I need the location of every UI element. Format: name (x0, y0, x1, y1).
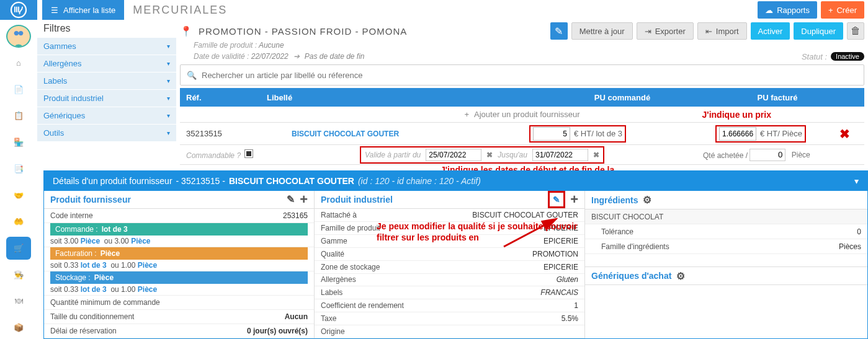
chevron-down-icon: ▾ (167, 43, 170, 50)
table-header: Réf. Libellé PU commandé PU facturé (180, 88, 864, 107)
chevron-down-icon: ▾ (167, 95, 170, 102)
pu-facture-input[interactable] (719, 127, 756, 141)
chevron-down-icon: ▾ (167, 112, 170, 119)
show-list-label: Afficher la liste (63, 6, 115, 15)
chevron-down-icon: ▾ (167, 77, 170, 84)
annotation-price: J'indique un prix (702, 110, 771, 120)
duplicate-button[interactable]: Dupliquer (794, 22, 843, 40)
filter-outils[interactable]: Outils▾ (37, 124, 176, 141)
reports-button[interactable]: ☁ Rapports (758, 1, 817, 19)
row-libelle-link[interactable]: BISCUIT CHOCOLAT GOUTER (292, 130, 399, 138)
nav-doc-icon[interactable]: 📄 (6, 78, 31, 101)
commandable-checkbox[interactable] (244, 149, 253, 158)
reports-label: Rapports (777, 6, 810, 15)
commandable-label: Commandable ? (186, 151, 241, 160)
validity-end: Pas de date de fin (305, 52, 365, 61)
family-label: Famille de produit : (194, 41, 257, 50)
filter-gammes[interactable]: Gammes▾ (37, 37, 176, 55)
detail-header: Détails d'un produit fournisseur - 35213… (44, 171, 867, 175)
plus-icon: + (464, 110, 469, 119)
import-icon: ⇤ (705, 27, 712, 36)
detail-panel: Détails d'un produit fournisseur - 35213… (43, 170, 868, 175)
nav-clipboard-icon[interactable]: 📋 (6, 104, 31, 127)
create-button[interactable]: + Créer (821, 1, 864, 19)
module-title: MERCURIALES (124, 0, 758, 20)
status-label: Statut : (802, 52, 827, 61)
search-icon: 🔍 (187, 71, 197, 80)
app-logo[interactable] (0, 0, 37, 20)
row-ref: 35213515 (180, 129, 261, 138)
filter-generiques[interactable]: Génériques▾ (37, 107, 176, 124)
filter-produit-industriel[interactable]: Produit industriel▾ (37, 89, 176, 107)
show-list-button[interactable]: ☰ Afficher la liste (42, 0, 124, 20)
arrow-right-icon: ➔ (293, 52, 300, 61)
reports-icon: ☁ (765, 6, 773, 15)
product-row: 35213515 BISCUIT CHOCOLAT GOUTER € HT/ l… (180, 123, 864, 145)
create-label: Créer (836, 6, 857, 15)
update-button[interactable]: Mettre à jour (571, 22, 633, 40)
nav-list-icon[interactable]: 📑 (6, 157, 31, 175)
search-input[interactable] (202, 71, 857, 80)
valid-from-input[interactable] (426, 149, 481, 161)
filters-panel: Filtres Gammes▾ Allergènes▾ Labels▾ Prod… (37, 20, 176, 175)
product-row-details: Commandable ? Valide à partir du ✖ Jusqu… (180, 145, 864, 165)
left-sidebar: ⌂ 📄 📋 🏪 📑 🤝 🤲 🛒 👨‍🍳 🍽 📦 (0, 20, 37, 175)
qty-label: Qté achetée / (703, 151, 748, 159)
qty-input[interactable] (749, 149, 785, 161)
nav-home-icon[interactable]: ⌂ (6, 51, 31, 74)
delete-button[interactable]: 🗑 (847, 22, 864, 40)
trash-icon: 🗑 (851, 25, 861, 37)
filter-allergenes[interactable]: Allergènes▾ (37, 55, 176, 72)
export-button[interactable]: ⇥Exporter (637, 22, 694, 40)
col-libelle: Libellé (261, 93, 529, 102)
add-product-row[interactable]: + Ajouter un produit fournisseur J'indiq… (180, 107, 864, 123)
chevron-down-icon: ▾ (167, 130, 170, 136)
family-value: Aucune (259, 41, 284, 50)
col-ref: Réf. (180, 93, 261, 102)
chevron-down-icon: ▾ (167, 60, 170, 67)
nav-store-icon[interactable]: 🏪 (6, 131, 31, 154)
promo-title: PROMOTION - PASSION FROID - POMONA (199, 26, 407, 37)
export-icon: ⇥ (645, 27, 651, 36)
validity-value: 22/07/2022 (251, 52, 289, 61)
until-label: Jusqu'au (498, 151, 527, 159)
valid-from-label: Valide à partir du (365, 151, 421, 159)
location-icon: 📍 (180, 25, 192, 37)
col-pu-facture: PU facturé (715, 93, 839, 102)
col-pu-commande: PU commandé (529, 93, 715, 102)
until-input[interactable] (532, 149, 588, 161)
plus-icon: + (828, 6, 833, 15)
clear-from-icon[interactable]: ✖ (486, 151, 493, 159)
menu-icon: ☰ (51, 6, 58, 15)
avatar[interactable] (6, 25, 31, 48)
pencil-icon: ✎ (555, 25, 563, 37)
delete-row-button[interactable]: ✖ (839, 126, 864, 141)
import-button[interactable]: ⇤Import (697, 22, 747, 40)
pu-commande-input[interactable] (533, 127, 570, 141)
qty-unit: Pièce (792, 151, 810, 159)
clear-until-icon[interactable]: ✖ (593, 151, 599, 159)
pu-facture-unit: € HT/ Pièce (760, 129, 802, 138)
validity-label: Date de validité : (194, 52, 249, 61)
pu-commande-unit: € HT/ lot de 3 (574, 129, 622, 138)
status-badge: Inactive (831, 52, 864, 61)
activate-button[interactable]: Activer (751, 22, 790, 40)
search-bar[interactable]: 🔍 (180, 64, 864, 86)
edit-button[interactable]: ✎ (550, 22, 568, 40)
add-product-label: Ajouter un produit fournisseur (474, 110, 580, 119)
filter-labels[interactable]: Labels▾ (37, 72, 176, 89)
filters-title: Filtres (37, 20, 176, 37)
svg-rect-4 (14, 32, 23, 33)
